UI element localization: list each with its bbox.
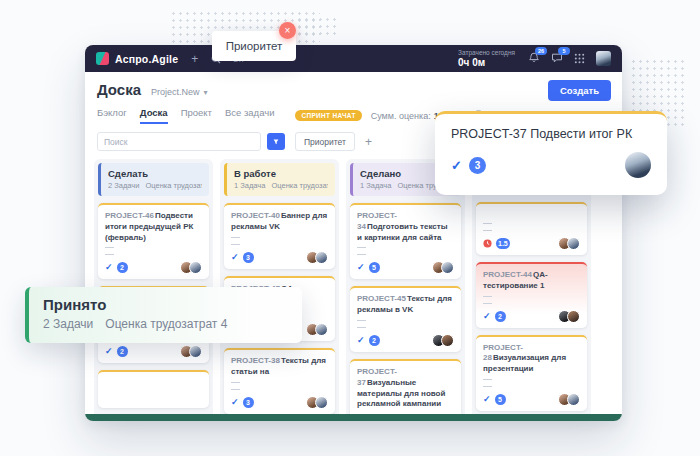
time-label: Затрачено сегодня	[458, 49, 515, 56]
notifications-button[interactable]: 26	[528, 52, 540, 64]
tooltip-close-button[interactable]: ×	[279, 22, 296, 39]
project-selector[interactable]: Project.New ▾	[151, 87, 208, 97]
tab-backlog[interactable]: Бэклог	[97, 107, 127, 124]
accepted-tasks: 2 Задачи	[43, 317, 93, 331]
task-card[interactable]: PROJECT-44QA-тестирование 1 ✓2	[476, 262, 587, 328]
avatar	[315, 396, 328, 409]
task-card[interactable]: PROJECT-45Тексты для рекламы в VK ✓2	[350, 286, 461, 352]
messages-badge: 5	[558, 47, 570, 55]
summary-label: Сумм. оценка:	[371, 111, 431, 121]
funnel-icon	[273, 138, 279, 146]
time-value: 0ч 0м	[458, 57, 515, 68]
check-icon: ✓	[231, 398, 239, 407]
accepted-title: Принято	[43, 296, 288, 313]
points-badge: 3	[243, 397, 254, 408]
tab-all-tasks[interactable]: Все задачи	[225, 107, 275, 124]
task-card[interactable]	[98, 370, 209, 408]
task-card[interactable]: 1.5	[476, 202, 587, 255]
check-icon: ✓	[105, 347, 113, 356]
create-button[interactable]: Создать	[548, 80, 611, 101]
points-badge: 1.5	[496, 238, 510, 249]
avatar	[567, 310, 580, 323]
avatar	[567, 393, 580, 406]
check-icon: ✓	[483, 312, 491, 321]
column-done: Сделано 1 ЗадачаОценка трудозатрат PROJE…	[346, 159, 465, 421]
notifications-badge: 26	[535, 47, 547, 55]
task-card[interactable]: PROJECT-37Визуальные материалы для новой…	[350, 359, 461, 421]
avatar	[315, 251, 328, 264]
search-input[interactable]	[97, 132, 261, 151]
board-header: Доска Project.New ▾	[85, 72, 622, 98]
description-icon	[105, 247, 114, 255]
check-icon: ✓	[357, 263, 365, 272]
user-avatar[interactable]	[596, 51, 611, 66]
points-badge: 2	[495, 311, 506, 322]
description-icon	[483, 296, 492, 304]
task-card[interactable]: PROJECT-28Визуализация для презентации ✓…	[476, 335, 587, 411]
task-card[interactable]: PROJECT-38Тексты для статьи на ✓3	[224, 348, 335, 414]
accepted-estimate: Оценка трудозатрат 4	[105, 317, 227, 331]
app-logo-icon	[96, 52, 109, 65]
points-badge: 2	[369, 335, 380, 346]
description-icon	[357, 320, 366, 328]
add-icon[interactable]: +	[191, 53, 198, 65]
description-icon	[483, 379, 492, 387]
page-title: Доска	[97, 81, 141, 98]
dots-decoration	[296, 16, 340, 36]
accepted-column-popup: Принято 2 Задачи Оценка трудозатрат 4	[25, 287, 302, 343]
avatar	[315, 323, 328, 336]
check-icon: ✓	[357, 336, 365, 345]
check-icon: ✓	[483, 395, 491, 404]
filter-button[interactable]	[267, 133, 285, 150]
task-card[interactable]: PROJECT-34Подготовить тексты и картинки …	[350, 203, 461, 279]
points-badge: 2	[117, 346, 128, 357]
column-header: Сделать 2 ЗадачиОценка трудозатрат 4	[98, 163, 209, 196]
points-badge: 3	[469, 157, 486, 174]
time-tracker: Затрачено сегодня 0ч 0м	[458, 49, 515, 67]
app-header: Аспро.Agile + Сп Затрачено сегодня 0ч 0м…	[85, 45, 622, 72]
description-icon	[357, 247, 366, 255]
column-accepted: 1.5 PROJECT-44QA-тестирование 1 ✓2 PROJE…	[472, 159, 591, 421]
avatar	[189, 261, 202, 274]
column-header: В работе 1 ЗадачаОценка трудозатрат 3	[224, 163, 335, 196]
project-name: Project.New	[151, 87, 200, 97]
app-window: Аспро.Agile + Сп Затрачено сегодня 0ч 0м…	[85, 45, 622, 421]
description-icon	[483, 223, 492, 231]
description-icon	[231, 382, 240, 390]
points-badge: 5	[495, 394, 506, 405]
avatar	[441, 261, 454, 274]
task-card-popup[interactable]: PROJECT-37 Подвести итог РК ✓ 3	[435, 111, 667, 195]
sprint-status-badge: СПРИНТ НАЧАТ	[295, 110, 361, 121]
avatar	[189, 345, 202, 358]
description-icon	[231, 237, 240, 245]
window-bottom-bar	[85, 414, 622, 421]
popup-card-title: PROJECT-37 Подвести итог РК	[451, 127, 651, 141]
check-icon: ✓	[451, 158, 462, 173]
tab-board[interactable]: Доска	[140, 107, 168, 124]
task-card[interactable]: PROJECT-40Баннер для рекламы VK ✓3	[224, 203, 335, 269]
app-name: Аспро.Agile	[115, 53, 178, 65]
deadline-clock-icon	[483, 239, 492, 248]
apps-grid-button[interactable]	[574, 53, 585, 64]
check-icon: ✓	[231, 253, 239, 262]
points-badge: 5	[369, 262, 380, 273]
points-badge: 2	[117, 262, 128, 273]
points-badge: 3	[243, 252, 254, 263]
avatar	[567, 237, 580, 250]
avatar	[441, 334, 454, 347]
avatar	[625, 152, 651, 178]
messages-button[interactable]: 5	[551, 52, 563, 64]
filter-chip-priority[interactable]: Приоритет	[295, 132, 355, 151]
check-icon: ✓	[105, 263, 113, 272]
add-filter-button[interactable]: +	[365, 135, 372, 149]
task-card[interactable]: PROJECT-46Подвести итоги предыдущей РК (…	[98, 203, 209, 279]
grid-icon	[574, 53, 585, 64]
chevron-down-icon: ▾	[204, 88, 208, 97]
tab-project[interactable]: Проект	[181, 107, 212, 124]
